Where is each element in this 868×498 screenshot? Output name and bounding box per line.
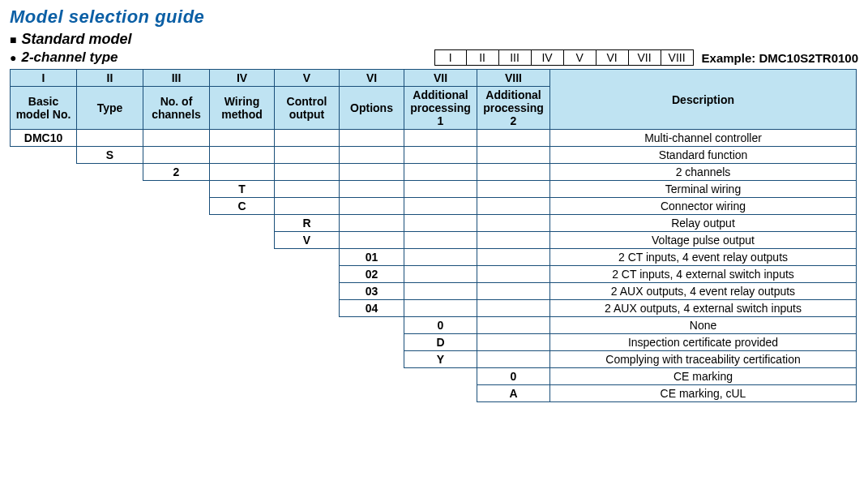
empty-cell bbox=[340, 164, 404, 181]
table-head: I II III IV V VI VII VIII Description Ba… bbox=[11, 70, 857, 130]
selection-table: I II III IV V VI VII VIII Description Ba… bbox=[10, 69, 857, 402]
blank-cell bbox=[275, 351, 340, 368]
blank-cell bbox=[275, 249, 340, 266]
bullet-icon: ● bbox=[10, 51, 16, 64]
blank-cell bbox=[77, 368, 143, 385]
subtitle-standard: Standard model bbox=[21, 31, 131, 48]
th-r1-8: VIII bbox=[477, 70, 550, 87]
empty-cell bbox=[143, 130, 210, 147]
th-r1-4: IV bbox=[210, 70, 275, 87]
desc-cell: 2 AUX outputs, 4 external switch inputs bbox=[550, 300, 857, 317]
th-r2-1: Basic model No. bbox=[11, 87, 77, 130]
code-cell: 04 bbox=[340, 300, 404, 317]
table-row: 042 AUX outputs, 4 external switch input… bbox=[11, 300, 857, 317]
empty-cell bbox=[477, 317, 550, 334]
table-row: 012 CT inputs, 4 event relay outputs bbox=[11, 249, 857, 266]
empty-cell bbox=[477, 232, 550, 249]
desc-cell: 2 channels bbox=[550, 164, 857, 181]
code-cell: R bbox=[275, 215, 340, 232]
blank-cell bbox=[210, 215, 275, 232]
table-row: CConnector wiring bbox=[11, 198, 857, 215]
blank-cell bbox=[275, 266, 340, 283]
blank-cell bbox=[11, 300, 77, 317]
desc-cell: CE marking, cUL bbox=[550, 385, 857, 402]
table-row: 032 AUX outputs, 4 event relay outputs bbox=[11, 283, 857, 300]
code-cell: 03 bbox=[340, 283, 404, 300]
table-row: ACE marking, cUL bbox=[11, 385, 857, 402]
blank-cell bbox=[143, 232, 210, 249]
roman-5: V bbox=[564, 49, 596, 66]
empty-cell bbox=[340, 130, 404, 147]
empty-cell bbox=[477, 266, 550, 283]
table-row: YComplying with traceability certificati… bbox=[11, 351, 857, 368]
blank-cell bbox=[77, 164, 143, 181]
th-r2-7: Additional processing 1 bbox=[404, 87, 477, 130]
empty-cell bbox=[477, 164, 550, 181]
blank-cell bbox=[210, 334, 275, 351]
table-row: SStandard function bbox=[11, 147, 857, 164]
blank-cell bbox=[11, 334, 77, 351]
th-r1-7: VII bbox=[404, 70, 477, 87]
blank-cell bbox=[210, 249, 275, 266]
blank-cell bbox=[340, 351, 404, 368]
blank-cell bbox=[143, 181, 210, 198]
roman-1: I bbox=[434, 49, 467, 66]
page-title: Model selection guide bbox=[10, 6, 858, 28]
desc-cell: Standard function bbox=[550, 147, 857, 164]
square-bullet-icon: ■ bbox=[10, 33, 16, 46]
empty-cell bbox=[404, 232, 477, 249]
table-row: 0None bbox=[11, 317, 857, 334]
example-line: I II III IV V VI VII VIII Example: DMC10… bbox=[434, 49, 858, 66]
desc-cell: Multi-channel controller bbox=[550, 130, 857, 147]
blank-cell bbox=[210, 283, 275, 300]
blank-cell bbox=[340, 334, 404, 351]
blank-cell bbox=[11, 351, 77, 368]
blank-cell bbox=[210, 368, 275, 385]
empty-cell bbox=[404, 266, 477, 283]
code-cell: Y bbox=[404, 351, 477, 368]
blank-cell bbox=[11, 266, 77, 283]
empty-cell bbox=[404, 164, 477, 181]
roman-3: III bbox=[499, 49, 532, 66]
blank-cell bbox=[275, 368, 340, 385]
empty-cell bbox=[404, 215, 477, 232]
table-row: DInspection certificate provided bbox=[11, 334, 857, 351]
blank-cell bbox=[77, 249, 143, 266]
blank-cell bbox=[11, 198, 77, 215]
empty-cell bbox=[404, 181, 477, 198]
blank-cell bbox=[404, 368, 477, 385]
blank-cell bbox=[275, 385, 340, 402]
code-cell: T bbox=[210, 181, 275, 198]
th-desc: Description bbox=[550, 70, 857, 130]
blank-cell bbox=[275, 334, 340, 351]
blank-cell bbox=[143, 283, 210, 300]
blank-cell bbox=[11, 317, 77, 334]
code-cell: V bbox=[275, 232, 340, 249]
blank-cell bbox=[143, 368, 210, 385]
blank-cell bbox=[143, 266, 210, 283]
blank-cell bbox=[77, 181, 143, 198]
blank-cell bbox=[210, 300, 275, 317]
blank-cell bbox=[143, 317, 210, 334]
empty-cell bbox=[477, 181, 550, 198]
empty-cell bbox=[477, 249, 550, 266]
blank-cell bbox=[77, 266, 143, 283]
empty-cell bbox=[210, 130, 275, 147]
blank-cell bbox=[143, 249, 210, 266]
blank-cell bbox=[11, 232, 77, 249]
desc-cell: Connector wiring bbox=[550, 198, 857, 215]
blank-cell bbox=[143, 215, 210, 232]
blank-cell bbox=[340, 368, 404, 385]
table-row: 0CE marking bbox=[11, 368, 857, 385]
blank-cell bbox=[77, 215, 143, 232]
th-r2-3: No. of channels bbox=[143, 87, 210, 130]
empty-cell bbox=[340, 147, 404, 164]
blank-cell bbox=[77, 385, 143, 402]
code-cell: 02 bbox=[340, 266, 404, 283]
blank-cell bbox=[210, 351, 275, 368]
empty-cell bbox=[340, 198, 404, 215]
blank-cell bbox=[77, 351, 143, 368]
example-label: Example: DMC10S2TR0100 bbox=[702, 51, 858, 65]
empty-cell bbox=[77, 130, 143, 147]
code-cell: A bbox=[477, 385, 550, 402]
